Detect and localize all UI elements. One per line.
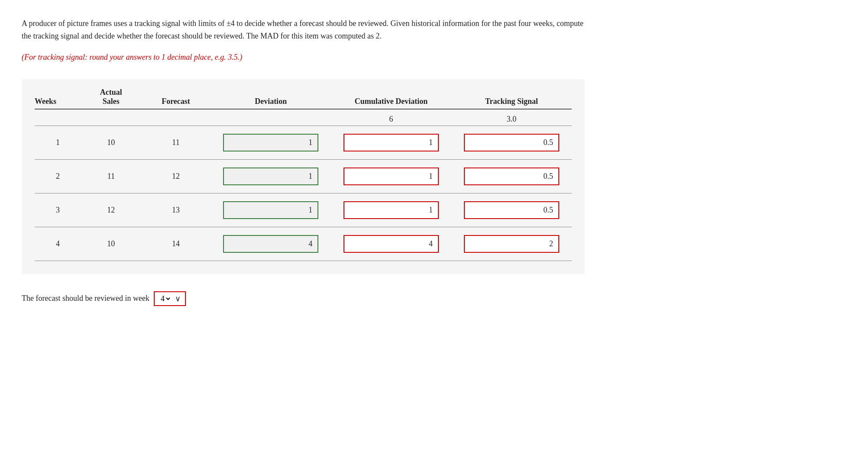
footer-section: The forecast should be reviewed in week … (22, 291, 585, 306)
week-2: 2 (35, 159, 81, 193)
actual-sales-4: 10 (81, 227, 141, 261)
forecast-4: 14 (141, 227, 211, 261)
cum-dev-input-3[interactable]: 1 (343, 201, 439, 219)
cum-dev-input-1[interactable]: 1 (343, 134, 439, 151)
deviation-input-1[interactable]: 1 (223, 134, 318, 151)
col-header-deviation: Deviation (211, 88, 331, 109)
cum-dev-cell-1[interactable]: 1 (331, 126, 451, 159)
table-row: 3 12 13 1 1 0.5 (35, 193, 572, 227)
pre-data-row: 6 3.0 (35, 109, 572, 126)
table-row: 4 10 14 4 4 2 (35, 227, 572, 261)
col-header-actual-sales: Actual Sales (81, 88, 141, 109)
deviation-cell-4[interactable]: 4 (211, 227, 331, 261)
footer-label: The forecast should be reviewed in week (22, 294, 149, 303)
note-text: (For tracking signal: round your answers… (22, 53, 585, 62)
week-3: 3 (35, 193, 81, 227)
data-table: Weeks Actual Sales Forecast Deviation Cu… (35, 88, 572, 261)
cum-dev-input-4[interactable]: 4 (343, 235, 439, 253)
deviation-cell-3[interactable]: 1 (211, 193, 331, 227)
tracking-cell-1[interactable]: 0.5 (451, 126, 572, 159)
deviation-input-3[interactable]: 1 (223, 201, 318, 219)
forecast-2: 12 (141, 159, 211, 193)
tracking-cell-4[interactable]: 2 (451, 227, 572, 261)
cum-dev-cell-2[interactable]: 1 (331, 159, 451, 193)
tracking-cell-3[interactable]: 0.5 (451, 193, 572, 227)
table-container: Weeks Actual Sales Forecast Deviation Cu… (22, 79, 585, 274)
week-dropdown-container[interactable]: 1 2 3 4 ∨ (154, 291, 186, 306)
tracking-input-1[interactable]: 0.5 (464, 134, 559, 151)
col-header-cumulative-deviation: Cumulative Deviation (331, 88, 451, 109)
cum-dev-cell-3[interactable]: 1 (331, 193, 451, 227)
pre-tracking-value: 3.0 (451, 109, 572, 126)
tracking-cell-2[interactable]: 0.5 (451, 159, 572, 193)
week-1: 1 (35, 126, 81, 159)
deviation-input-4[interactable]: 4 (223, 235, 318, 253)
col-header-tracking-signal: Tracking Signal (451, 88, 572, 109)
tracking-input-4[interactable]: 2 (464, 235, 559, 253)
forecast-3: 13 (141, 193, 211, 227)
col-header-forecast: Forecast (141, 88, 211, 109)
col-header-weeks: Weeks (35, 88, 81, 109)
problem-text: A producer of picture frames uses a trac… (22, 17, 585, 42)
week-dropdown[interactable]: 1 2 3 4 (159, 294, 172, 303)
actual-sales-2: 11 (81, 159, 141, 193)
actual-sales-1: 10 (81, 126, 141, 159)
table-row: 2 11 12 1 1 0.5 (35, 159, 572, 193)
deviation-input-2[interactable]: 1 (223, 168, 318, 185)
forecast-1: 11 (141, 126, 211, 159)
cum-dev-cell-4[interactable]: 4 (331, 227, 451, 261)
pre-cum-dev-value: 6 (331, 109, 451, 126)
table-row: 1 10 11 1 1 0.5 (35, 126, 572, 159)
deviation-cell-1[interactable]: 1 (211, 126, 331, 159)
tracking-input-3[interactable]: 0.5 (464, 201, 559, 219)
chevron-down-icon: ∨ (175, 294, 181, 303)
deviation-cell-2[interactable]: 1 (211, 159, 331, 193)
actual-sales-3: 12 (81, 193, 141, 227)
tracking-input-2[interactable]: 0.5 (464, 168, 559, 185)
week-4: 4 (35, 227, 81, 261)
cum-dev-input-2[interactable]: 1 (343, 168, 439, 185)
